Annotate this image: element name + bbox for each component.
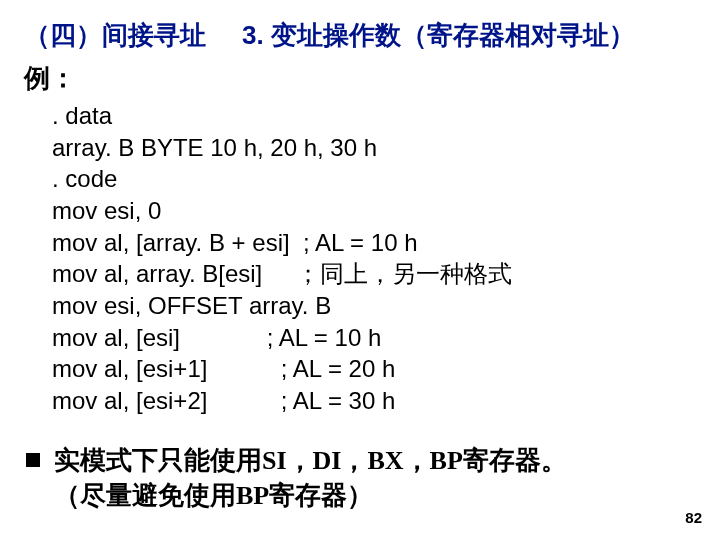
note-row: 实模式下只能使用SI，DI，BX，BP寄存器。 （尽量避免使用BP寄存器） [24,443,696,513]
code-line: mov al, [array. B + esi] ; AL = 10 h [52,229,418,256]
code-line: mov al, [esi] ; AL = 10 h [52,324,381,351]
note-line-2: （尽量避免使用BP寄存器） [54,481,373,510]
slide-title: （四）间接寻址3. 变址操作数（寄存器相对寻址） [24,18,696,53]
code-line: mov esi, 0 [52,197,161,224]
title-left: （四）间接寻址 [24,20,206,50]
code-line: . data [52,102,112,129]
title-right: 3. 变址操作数（寄存器相对寻址） [242,20,635,50]
bullet-icon [26,453,40,467]
note-text: 实模式下只能使用SI，DI，BX，BP寄存器。 （尽量避免使用BP寄存器） [54,443,567,513]
code-block: . data array. B BYTE 10 h, 20 h, 30 h . … [52,100,696,417]
code-line: mov al, array. B[esi] ；同上，另一种格式 [52,260,512,287]
page-number: 82 [685,509,702,526]
code-line: . code [52,165,117,192]
note-line-1: 实模式下只能使用SI，DI，BX，BP寄存器。 [54,446,567,475]
code-line: array. B BYTE 10 h, 20 h, 30 h [52,134,377,161]
example-label: 例： [24,61,696,96]
code-line: mov al, [esi+2] ; AL = 30 h [52,387,395,414]
code-line: mov esi, OFFSET array. B [52,292,331,319]
code-line: mov al, [esi+1] ; AL = 20 h [52,355,395,382]
slide: （四）间接寻址3. 变址操作数（寄存器相对寻址） 例： . data array… [0,0,720,540]
